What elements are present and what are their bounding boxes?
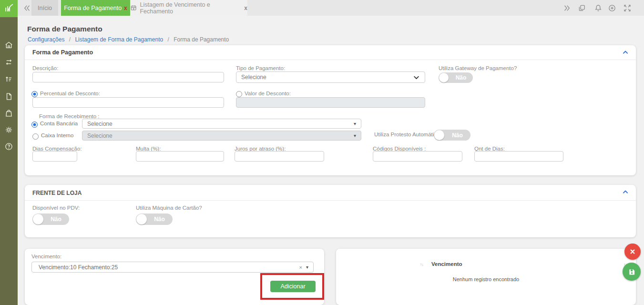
- toggle-label: Não: [136, 214, 173, 225]
- conta-bancaria-select[interactable]: Selecione ▾: [82, 119, 361, 129]
- payment-form-card: Forma de Pagamento Descrição: Tipo de Pa…: [25, 45, 636, 175]
- notifications-bell-icon[interactable]: [594, 4, 603, 12]
- select-value: Selecione: [241, 74, 266, 81]
- toggle-label: Não: [439, 72, 473, 83]
- save-floppy-icon: [627, 267, 636, 276]
- app-window: Início Forma de Pagamento x Listagem de …: [0, 0, 644, 305]
- sort-icon[interactable]: ↑↓: [420, 262, 423, 267]
- protesto-toggle[interactable]: Não: [434, 130, 470, 141]
- help-icon[interactable]: [4, 142, 13, 151]
- document-icon[interactable]: [4, 92, 13, 101]
- gateway-toggle[interactable]: Não: [439, 72, 473, 83]
- conta-bancaria-label: Conta Bancária: [40, 121, 78, 126]
- descricao-label: Descrição:: [32, 65, 58, 71]
- app-logo[interactable]: [0, 0, 18, 17]
- repeat-icon[interactable]: [4, 58, 13, 67]
- tab-close-icon[interactable]: x: [124, 5, 127, 11]
- tab-close-icon[interactable]: x: [244, 5, 247, 11]
- percentual-desconto-input[interactable]: [32, 97, 224, 108]
- fullscreen-icon[interactable]: [623, 4, 632, 12]
- sidebar: [0, 17, 18, 305]
- descricao-input[interactable]: [32, 72, 224, 82]
- gateway-label: Utiliza Gateway de Pagamento?: [439, 65, 517, 71]
- tab-label: Início: [38, 5, 52, 11]
- valor-desconto-label: Valor de Desconto:: [245, 91, 291, 96]
- valor-desconto-input: [236, 97, 425, 108]
- tipo-pagamento-select[interactable]: Selecione: [236, 71, 425, 83]
- sort-list-icon[interactable]: [4, 75, 13, 84]
- divider: [25, 60, 636, 60]
- vencimento-label: Vencimento:: [31, 254, 61, 259]
- caixa-interno-radio[interactable]: [32, 133, 39, 140]
- dias-compensacao-input[interactable]: [32, 151, 77, 162]
- tab-label: Listagem de Vencimento e Fechamento: [140, 1, 241, 15]
- vencimento-card: Vencimento: Vencimento:10 Fechamento:25 …: [25, 249, 324, 305]
- breadcrumb-current: Forma de Pagamento: [174, 36, 229, 43]
- save-fab-button[interactable]: [623, 263, 641, 281]
- collapse-chevron-icon[interactable]: [622, 49, 629, 56]
- select-value: Selecione: [87, 121, 112, 127]
- collapse-tabs-icon[interactable]: [23, 4, 31, 12]
- calendar-icon: [130, 4, 137, 11]
- tab-inicio[interactable]: Início: [31, 0, 58, 16]
- vencimento-table-card: ↑↓ Vencimento ↑↓ Nenhum registro encontr…: [336, 249, 636, 305]
- shopping-bag-icon[interactable]: [4, 109, 13, 118]
- select-value: Selecione: [87, 132, 112, 139]
- topbar: Início Forma de Pagamento x Listagem de …: [0, 0, 644, 16]
- close-icon: [629, 248, 636, 255]
- juros-input[interactable]: [235, 151, 324, 162]
- clear-icon[interactable]: ×: [299, 264, 302, 270]
- breadcrumb-separator: /: [69, 36, 71, 43]
- windows-icon[interactable]: [578, 4, 586, 12]
- card-title: FRENTE DE LOJA: [32, 190, 82, 196]
- valor-desconto-radio[interactable]: [236, 91, 242, 97]
- store-front-card: FRENTE DE LOJA Disponível no PDV: Não Ut…: [25, 185, 636, 237]
- multa-input[interactable]: [136, 151, 224, 162]
- add-circle-icon[interactable]: [608, 4, 616, 12]
- page-title: Forma de Pagamento: [27, 25, 102, 33]
- select-value: Vencimento:10 Fechamento:25: [37, 264, 118, 271]
- breadcrumb-link-listagem[interactable]: Listagem de Forma de Pagamento: [75, 36, 163, 43]
- breadcrumb-separator: /: [168, 36, 169, 43]
- tab-forma-de-pagamento[interactable]: Forma de Pagamento x: [61, 0, 130, 16]
- chevron-down-icon: [413, 74, 420, 81]
- caixa-interno-select: Selecione ▾: [82, 131, 361, 141]
- home-icon[interactable]: [4, 41, 13, 50]
- tab-listagem-vencimento[interactable]: Listagem de Vencimento e Fechamento x: [130, 0, 247, 16]
- tipo-pagamento-label: Tipo de Pagamento:: [236, 65, 285, 71]
- card-title: Forma de Pagamento: [32, 49, 93, 56]
- toggle-label: Não: [434, 130, 470, 141]
- toggle-label: Não: [32, 214, 69, 225]
- cancel-fab-button[interactable]: [624, 244, 641, 260]
- adicionar-button[interactable]: Adicionar: [270, 281, 316, 292]
- breadcrumb-link-configuracoes[interactable]: Configurações: [28, 36, 64, 43]
- chevron-down-icon: ▾: [354, 133, 356, 138]
- chevron-down-icon: ▾: [354, 121, 356, 126]
- maquina-cartao-toggle[interactable]: Não: [136, 214, 173, 225]
- empty-table-message: Nenhum registro encontrado: [336, 276, 636, 282]
- pdv-toggle[interactable]: Não: [32, 214, 69, 225]
- codigos-input[interactable]: [373, 151, 462, 162]
- vencimento-select[interactable]: Vencimento:10 Fechamento:25 × ▾: [31, 262, 314, 273]
- breadcrumb: Configurações / Listagem de Forma de Pag…: [28, 36, 229, 43]
- percentual-desconto-label: Percentual de Desconto:: [40, 91, 100, 96]
- chevron-down-icon: ▾: [306, 264, 308, 270]
- pdv-label: Disponível no PDV:: [32, 205, 80, 211]
- expand-tabs-icon[interactable]: [562, 4, 571, 12]
- caixa-interno-label: Caixa Interno: [41, 132, 73, 138]
- percentual-desconto-radio[interactable]: [31, 91, 38, 97]
- collapse-chevron-icon[interactable]: [622, 188, 629, 196]
- conta-bancaria-radio[interactable]: [31, 122, 38, 128]
- tab-label: Forma de Pagamento: [64, 5, 122, 11]
- qnt-dias-input[interactable]: [474, 151, 563, 162]
- vencimento-column-header[interactable]: Vencimento: [431, 261, 462, 267]
- divider: [25, 200, 636, 201]
- protesto-label: Utiliza Protesto Automático :: [374, 132, 443, 137]
- settings-gear-icon[interactable]: [4, 125, 13, 134]
- maquina-cartao-label: Utiliza Máquina de Cartão?: [136, 205, 202, 211]
